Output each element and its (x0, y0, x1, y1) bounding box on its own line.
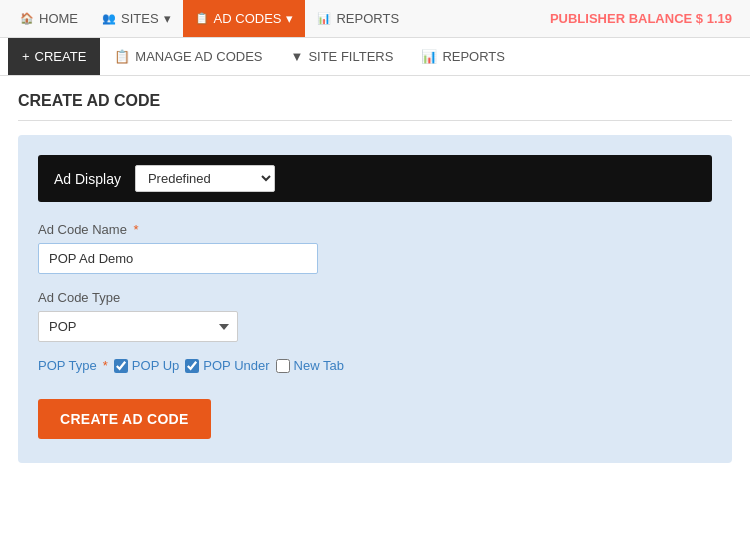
popup-label: POP Up (132, 358, 179, 373)
required-marker: * (130, 222, 139, 237)
newtab-checkbox-group[interactable]: New Tab (276, 358, 344, 373)
page-title: CREATE AD CODE (18, 92, 732, 121)
popup-checkbox[interactable] (114, 359, 128, 373)
sub-navigation: + CREATE 📋 MANAGE AD CODES ▼ SITE FILTER… (0, 38, 750, 76)
subnav-reports[interactable]: 📊 REPORTS (407, 38, 519, 75)
top-navigation: 🏠 HOME 👥 SITES ▾ 📋 AD CODES ▾ 📊 REPORTS … (0, 0, 750, 38)
ad-codes-icon: 📋 (195, 12, 209, 25)
create-plus-icon: + (22, 49, 30, 64)
pop-type-label: POP Type (38, 358, 97, 373)
ad-display-select[interactable]: Predefined Custom (135, 165, 275, 192)
reports-icon: 📊 (317, 12, 331, 25)
filter-icon: ▼ (291, 49, 304, 64)
pop-type-required-marker: * (103, 358, 108, 373)
ad-code-type-group: Ad Code Type POP Banner Native (38, 290, 712, 342)
ad-display-bar: Ad Display Predefined Custom (38, 155, 712, 202)
popunder-checkbox[interactable] (185, 359, 199, 373)
nav-reports[interactable]: 📊 REPORTS (305, 0, 411, 37)
nav-home[interactable]: 🏠 HOME (8, 0, 90, 37)
ad-code-name-input[interactable] (38, 243, 318, 274)
popunder-label: POP Under (203, 358, 269, 373)
manage-icon: 📋 (114, 49, 130, 64)
ad-code-name-group: Ad Code Name * (38, 222, 712, 274)
ad-code-type-label: Ad Code Type (38, 290, 712, 305)
popunder-checkbox-group[interactable]: POP Under (185, 358, 269, 373)
nav-ad-codes[interactable]: 📋 AD CODES ▾ (183, 0, 306, 37)
ad-code-type-select[interactable]: POP Banner Native (38, 311, 238, 342)
publisher-balance: PUBLISHER BALANCE $ 1.19 (550, 11, 742, 26)
form-card: Ad Display Predefined Custom Ad Code Nam… (18, 135, 732, 463)
ad-code-name-label: Ad Code Name * (38, 222, 712, 237)
page-content: CREATE AD CODE Ad Display Predefined Cus… (0, 76, 750, 479)
home-icon: 🏠 (20, 12, 34, 25)
nav-sites[interactable]: 👥 SITES ▾ (90, 0, 183, 37)
newtab-checkbox[interactable] (276, 359, 290, 373)
ad-display-label: Ad Display (54, 171, 121, 187)
sites-icon: 👥 (102, 12, 116, 25)
ad-codes-dropdown-icon: ▾ (286, 11, 293, 26)
subnav-site-filters[interactable]: ▼ SITE FILTERS (277, 38, 408, 75)
sub-reports-icon: 📊 (421, 49, 437, 64)
pop-type-row: POP Type * POP Up POP Under New Tab (38, 358, 712, 373)
newtab-label: New Tab (294, 358, 344, 373)
subnav-create[interactable]: + CREATE (8, 38, 100, 75)
create-ad-code-button[interactable]: CREATE AD CODE (38, 399, 211, 439)
pop-type-group: POP Type * POP Up POP Under New Tab (38, 358, 712, 373)
subnav-manage-ad-codes[interactable]: 📋 MANAGE AD CODES (100, 38, 276, 75)
sites-dropdown-icon: ▾ (164, 11, 171, 26)
popup-checkbox-group[interactable]: POP Up (114, 358, 179, 373)
